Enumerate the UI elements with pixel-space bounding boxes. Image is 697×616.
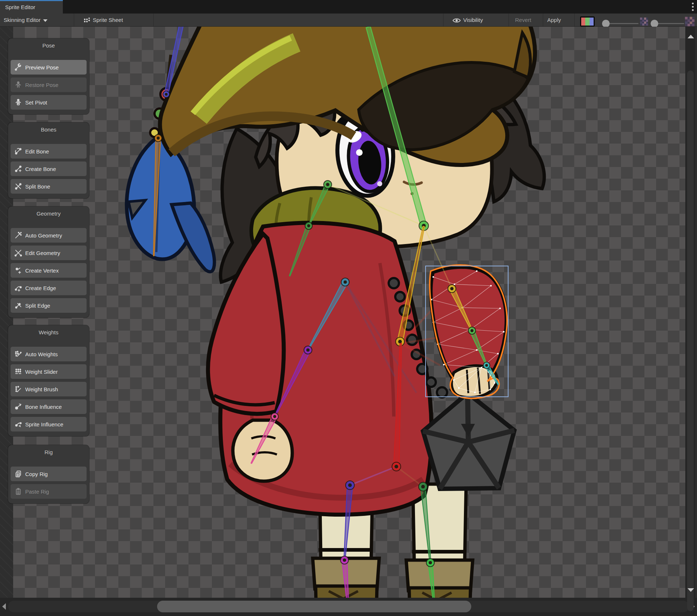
button-label: Edit Geometry (25, 250, 60, 256)
panel-pose-title: Pose (8, 38, 89, 49)
panel-bones: BonesEdit BoneCreate BoneSplit Bone (8, 122, 89, 198)
edit-geometry-icon (14, 248, 23, 257)
mesh-opacity-texture-icon (685, 17, 694, 26)
set-pivot-icon (14, 98, 23, 107)
scroll-up-arrow-icon[interactable] (688, 35, 694, 38)
chevron-down-icon (43, 19, 47, 22)
unity-logo-pendant (423, 393, 514, 489)
bone-opacity-slider-knob[interactable] (602, 20, 610, 27)
panel-weights-title: Weights (8, 325, 89, 335)
button-label: Create Edge (25, 285, 56, 291)
bone-influence-icon (14, 402, 23, 411)
toolbar-separator (74, 14, 74, 26)
toolbar-separator (574, 14, 575, 26)
edit-geometry-button[interactable]: Edit Geometry (11, 246, 87, 260)
button-label: Weight Brush (25, 386, 58, 392)
scroll-left-arrow-icon[interactable] (2, 603, 6, 610)
scroll-down-arrow-icon[interactable] (688, 588, 694, 592)
weight-brush-icon (14, 385, 23, 393)
mesh-opacity-slider-knob[interactable] (651, 20, 658, 27)
split-edge-button[interactable]: Split Edge (11, 298, 87, 313)
character-sprite (127, 27, 544, 598)
revert-button[interactable]: Revert (515, 14, 531, 26)
button-label: Bone Influence (25, 404, 62, 410)
split-edge-icon (14, 301, 23, 310)
bone-influence-button[interactable]: Bone Influence (11, 399, 87, 414)
toolbar-separator (153, 14, 154, 26)
edit-bone-icon (14, 147, 23, 156)
copy-rig-icon (14, 469, 23, 478)
mesh-opacity-slider-track[interactable] (655, 23, 684, 24)
auto-geometry-button[interactable]: Auto Geometry (11, 228, 87, 243)
edit-bone-button[interactable]: Edit Bone (11, 144, 87, 159)
weight-brush-button[interactable]: Weight Brush (11, 382, 87, 396)
preview-pose-button[interactable]: Preview Pose (11, 60, 87, 75)
button-label: Split Edge (25, 303, 50, 309)
panel-rig-title: Rig (8, 445, 89, 455)
preview-pose-icon (14, 63, 23, 72)
create-edge-button[interactable]: Create Edge (11, 281, 87, 295)
skinning-canvas[interactable] (0, 27, 697, 598)
button-label: Restore Pose (25, 82, 58, 88)
panel-weights: WeightsAuto WeightsWeight SliderWeight B… (8, 325, 89, 436)
panel-geometry-title: Geometry (8, 206, 89, 217)
toolbar-separator (443, 14, 443, 26)
button-label: Create Vertex (25, 267, 59, 274)
apply-button[interactable]: Apply (547, 14, 561, 26)
bone-opacity-texture-icon (640, 18, 648, 26)
button-label: Auto Geometry (25, 232, 62, 239)
button-label: Sprite Influence (25, 421, 63, 427)
button-label: Edit Bone (25, 148, 49, 155)
auto-weights-button[interactable]: Auto Weights (11, 347, 87, 361)
create-edge-icon (14, 284, 23, 292)
sprite-sheet-button[interactable]: Sprite Sheet (83, 14, 123, 26)
visibility-button[interactable]: Visibility (452, 14, 483, 26)
window-menu-icon[interactable] (692, 3, 694, 11)
visibility-label: Visibility (463, 17, 483, 23)
panel-geometry: GeometryAuto GeometryEdit GeometryCreate… (8, 206, 89, 317)
button-label: Weight Slider (25, 369, 58, 375)
split-bone-button[interactable]: Split Bone (11, 179, 87, 194)
restore-pose-icon (14, 80, 23, 89)
toolbar: Skinning Editor Sprite Sheet Visibility … (0, 14, 697, 27)
panel-rig: RigCopy RigPaste Rig (8, 445, 89, 503)
weight-slider-button[interactable]: Weight Slider (11, 364, 87, 379)
restore-pose-button: Restore Pose (11, 77, 87, 92)
paste-rig-button: Paste Rig (11, 484, 87, 499)
panel-pose: PosePreview PoseRestore PoseSet Pivot (8, 38, 89, 114)
paste-rig-icon (14, 487, 23, 496)
create-vertex-button[interactable]: Create Vertex (11, 263, 87, 278)
vertical-scrollbar-thumb[interactable] (687, 71, 694, 611)
horizontal-scrollbar-thumb[interactable] (157, 601, 471, 612)
sprite-sheet-icon (83, 17, 91, 24)
horizontal-scrollbar[interactable] (0, 598, 697, 616)
skinning-editor-dropdown[interactable]: Skinning Editor (4, 14, 47, 26)
eye-icon (452, 17, 461, 24)
split-bone-icon (14, 182, 23, 191)
apply-label: Apply (547, 17, 561, 23)
sprite-sheet-label: Sprite Sheet (93, 17, 123, 23)
copy-rig-button[interactable]: Copy Rig (11, 467, 87, 481)
button-label: Set Pivot (25, 99, 47, 106)
sprite-influence-icon (14, 420, 23, 429)
vertical-scrollbar[interactable] (685, 27, 695, 598)
revert-label: Revert (515, 17, 531, 23)
tab-bar: Sprite Editor (0, 0, 697, 14)
set-pivot-button[interactable]: Set Pivot (11, 95, 87, 110)
button-label: Copy Rig (25, 471, 48, 477)
left-hand (233, 420, 292, 481)
toolbar-separator (543, 14, 543, 26)
tab-sprite-editor[interactable]: Sprite Editor (0, 0, 63, 14)
panel-bones-title: Bones (8, 122, 89, 133)
create-bone-icon (14, 164, 23, 173)
tab-sprite-editor-label: Sprite Editor (5, 4, 35, 10)
sprite-editor-window: Sprite Editor Skinning Editor Sprite She… (0, 0, 697, 616)
create-vertex-icon (14, 266, 23, 275)
weight-slider-icon (14, 367, 23, 376)
create-bone-button[interactable]: Create Bone (11, 161, 87, 176)
sprite-and-rig (0, 27, 697, 598)
auto-weights-icon (14, 350, 23, 358)
button-label: Split Bone (25, 183, 50, 190)
sprite-influence-button[interactable]: Sprite Influence (11, 417, 87, 431)
color-channel-swatch[interactable] (580, 16, 595, 27)
